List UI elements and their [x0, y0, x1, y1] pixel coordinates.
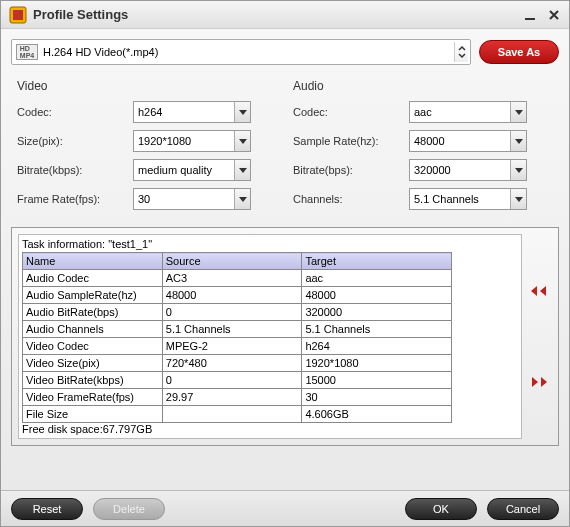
chevron-down-icon — [510, 131, 526, 151]
chevron-down-icon — [234, 160, 250, 180]
table-cell: 29.97 — [162, 389, 302, 406]
table-cell: 320000 — [302, 304, 452, 321]
table-row[interactable]: Audio SampleRate(hz)4800048000 — [23, 287, 452, 304]
table-cell: File Size — [23, 406, 163, 423]
ok-button[interactable]: OK — [405, 498, 477, 520]
app-icon — [9, 6, 27, 24]
table-cell: 1920*1080 — [302, 355, 452, 372]
task-panel: Task information: "test1_1" Name Source … — [11, 227, 559, 446]
table-row[interactable]: File Size4.606GB — [23, 406, 452, 423]
table-row[interactable]: Video Size(pix)720*4801920*1080 — [23, 355, 452, 372]
table-cell: Video BitRate(kbps) — [23, 372, 163, 389]
table-cell: 0 — [162, 304, 302, 321]
window-title: Profile Settings — [33, 7, 523, 22]
table-row[interactable]: Video FrameRate(fps)29.9730 — [23, 389, 452, 406]
col-name[interactable]: Name — [23, 253, 163, 270]
table-cell: 720*480 — [162, 355, 302, 372]
video-bitrate-label: Bitrate(kbps): — [17, 164, 133, 176]
close-button[interactable] — [547, 8, 561, 22]
cancel-button[interactable]: Cancel — [487, 498, 559, 520]
audio-title: Audio — [293, 79, 553, 93]
chevron-down-icon — [234, 102, 250, 122]
audio-samplerate-select[interactable]: 48000 — [409, 130, 527, 152]
table-cell: 4.606GB — [302, 406, 452, 423]
audio-bitrate-select[interactable]: 320000 — [409, 159, 527, 181]
profile-settings-window: Profile Settings HDMP4 H.264 HD Video(*.… — [0, 0, 570, 527]
table-cell: 15000 — [302, 372, 452, 389]
audio-samplerate-label: Sample Rate(hz): — [293, 135, 409, 147]
table-cell: Video FrameRate(fps) — [23, 389, 163, 406]
audio-codec-label: Codec: — [293, 106, 409, 118]
video-size-select[interactable]: 1920*1080 — [133, 130, 251, 152]
task-info-title: Task information: "test1_1" — [22, 238, 518, 250]
audio-section: Audio Codec:aac Sample Rate(hz):48000 Bi… — [287, 75, 559, 221]
table-cell: h264 — [302, 338, 452, 355]
previous-task-button[interactable] — [527, 281, 551, 301]
table-row[interactable]: Audio BitRate(bps)0320000 — [23, 304, 452, 321]
chevron-down-icon — [234, 189, 250, 209]
table-row[interactable]: Video CodecMPEG-2h264 — [23, 338, 452, 355]
table-cell: 30 — [302, 389, 452, 406]
table-cell: Video Size(pix) — [23, 355, 163, 372]
video-size-label: Size(pix): — [17, 135, 133, 147]
video-framerate-select[interactable]: 30 — [133, 188, 251, 210]
video-bitrate-select[interactable]: medium quality — [133, 159, 251, 181]
free-disk-space: Free disk space:67.797GB — [22, 423, 518, 435]
audio-bitrate-label: Bitrate(bps): — [293, 164, 409, 176]
mp4-format-icon: HDMP4 — [16, 44, 38, 60]
table-cell: 5.1 Channels — [302, 321, 452, 338]
table-cell: Audio BitRate(bps) — [23, 304, 163, 321]
audio-channels-label: Channels: — [293, 193, 409, 205]
table-cell: 48000 — [302, 287, 452, 304]
chevron-down-icon — [510, 189, 526, 209]
button-bar: Reset Delete OK Cancel — [1, 490, 569, 526]
table-cell: Audio Codec — [23, 270, 163, 287]
svg-rect-2 — [525, 18, 535, 20]
table-cell: MPEG-2 — [162, 338, 302, 355]
audio-channels-select[interactable]: 5.1 Channels — [409, 188, 527, 210]
video-framerate-label: Frame Rate(fps): — [17, 193, 133, 205]
chevron-down-icon — [234, 131, 250, 151]
delete-button[interactable]: Delete — [93, 498, 165, 520]
col-source[interactable]: Source — [162, 253, 302, 270]
svg-rect-1 — [13, 10, 23, 20]
table-cell: Audio SampleRate(hz) — [23, 287, 163, 304]
col-target[interactable]: Target — [302, 253, 452, 270]
task-table: Name Source Target Audio CodecAC3aacAudi… — [22, 252, 452, 423]
next-task-button[interactable] — [527, 372, 551, 392]
dropdown-arrows-icon — [454, 42, 468, 62]
table-cell: 48000 — [162, 287, 302, 304]
table-cell: AC3 — [162, 270, 302, 287]
video-codec-label: Codec: — [17, 106, 133, 118]
audio-codec-select[interactable]: aac — [409, 101, 527, 123]
table-cell: Audio Channels — [23, 321, 163, 338]
reset-button[interactable]: Reset — [11, 498, 83, 520]
table-cell: 5.1 Channels — [162, 321, 302, 338]
save-as-button[interactable]: Save As — [479, 40, 559, 64]
table-cell: 0 — [162, 372, 302, 389]
profile-select[interactable]: HDMP4 H.264 HD Video(*.mp4) — [11, 39, 471, 65]
titlebar: Profile Settings — [1, 1, 569, 29]
table-row[interactable]: Video BitRate(kbps)015000 — [23, 372, 452, 389]
chevron-down-icon — [510, 160, 526, 180]
chevron-down-icon — [510, 102, 526, 122]
table-row[interactable]: Audio Channels5.1 Channels5.1 Channels — [23, 321, 452, 338]
video-codec-select[interactable]: h264 — [133, 101, 251, 123]
video-section: Video Codec:h264 Size(pix):1920*1080 Bit… — [11, 75, 283, 221]
table-row[interactable]: Audio CodecAC3aac — [23, 270, 452, 287]
video-title: Video — [17, 79, 277, 93]
table-cell — [162, 406, 302, 423]
table-cell: aac — [302, 270, 452, 287]
table-cell: Video Codec — [23, 338, 163, 355]
minimize-button[interactable] — [523, 8, 537, 22]
profile-selected-text: H.264 HD Video(*.mp4) — [43, 46, 158, 58]
